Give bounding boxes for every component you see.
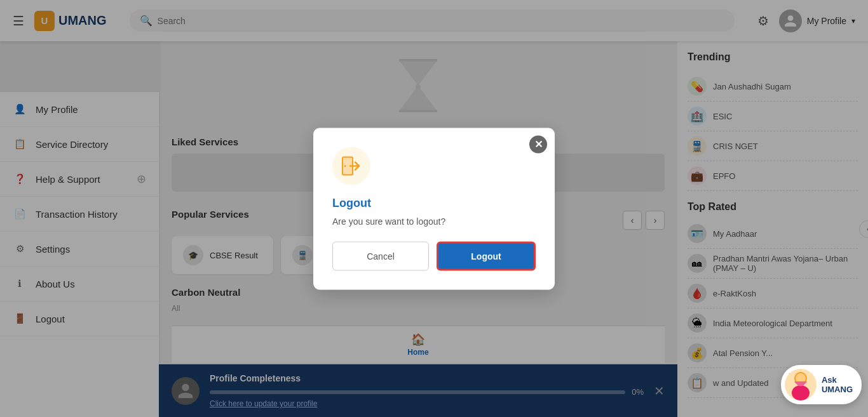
modal-close-button[interactable]: ✕ bbox=[529, 135, 547, 153]
cancel-button[interactable]: Cancel bbox=[332, 241, 429, 270]
ask-umang-widget[interactable]: − Ask UMANG bbox=[781, 365, 862, 404]
logout-confirm-button[interactable]: Logout bbox=[437, 241, 536, 270]
logout-door-icon bbox=[340, 154, 363, 177]
close-icon: ✕ bbox=[534, 138, 543, 150]
ask-label: Ask bbox=[822, 375, 853, 385]
svg-point-10 bbox=[792, 385, 810, 400]
ask-umang-avatar: − bbox=[785, 369, 817, 400]
ask-umang-label-wrap: Ask UMANG bbox=[822, 375, 853, 394]
modal-logout-icon-wrap bbox=[332, 147, 370, 185]
umang-label: UMANG bbox=[822, 385, 853, 394]
modal-title: Logout bbox=[332, 196, 536, 209]
logout-modal: ✕ Logout Are you sure want to logout? Ca… bbox=[313, 128, 555, 289]
svg-point-8 bbox=[344, 165, 346, 167]
modal-buttons: Cancel Logout bbox=[332, 241, 536, 270]
modal-message: Are you sure want to logout? bbox=[332, 216, 536, 226]
